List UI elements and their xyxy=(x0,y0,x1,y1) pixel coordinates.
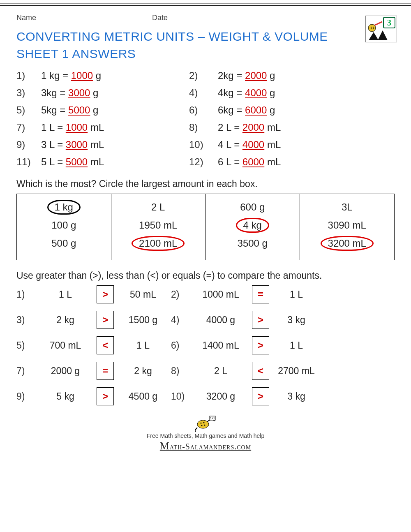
expr-prefix: 6kg = xyxy=(218,104,245,116)
compare-right: 50 mL xyxy=(118,289,168,300)
expr-suffix: mL xyxy=(264,156,281,167)
question-number: 6) xyxy=(171,340,191,351)
compare-right: 1 L xyxy=(118,340,168,351)
expr-suffix: g xyxy=(90,87,98,98)
answer-value: 3000 xyxy=(68,87,90,98)
conversion-expression: 4kg = 4000 g xyxy=(218,87,395,99)
expr-prefix: 3 L = xyxy=(41,139,66,150)
answer-value: 6000 xyxy=(245,104,267,116)
answer-value: 2000 xyxy=(242,122,264,133)
expr-prefix: 5kg = xyxy=(41,104,68,116)
comparison-operator: > xyxy=(97,285,114,303)
box-item: 600 g xyxy=(206,198,300,216)
conversion-expression: 2kg = 2000 g xyxy=(218,70,395,81)
worksheet-page: Name Date CONVERTING METRIC UNITS – WEIG… xyxy=(0,3,411,459)
comparison-operator: = xyxy=(97,362,114,380)
conversion-expression: 4 L = 4000 mL xyxy=(218,139,395,150)
compare-left: 2 L xyxy=(194,365,247,377)
compare-right: 3 kg xyxy=(274,391,319,402)
compare-right: 1 L xyxy=(274,340,319,351)
expr-suffix: mL xyxy=(88,156,104,167)
expr-suffix: g xyxy=(267,87,275,98)
answer-value: 1000 xyxy=(71,70,93,81)
expr-suffix: mL xyxy=(264,139,281,150)
compare-left: 1000 mL xyxy=(194,289,247,300)
answer-value: 2000 xyxy=(245,70,267,81)
question-number: 1) xyxy=(16,289,35,300)
question-number: 4) xyxy=(171,315,191,326)
question-number: 2) xyxy=(171,289,191,300)
question-number: 3) xyxy=(16,87,41,99)
svg-point-3 xyxy=(371,27,372,28)
expr-prefix: 1 L = xyxy=(41,122,66,133)
rule xyxy=(0,3,411,4)
expr-suffix: g xyxy=(267,70,275,81)
title-line-1: CONVERTING METRIC UNITS – WEIGHT & VOLUM… xyxy=(16,30,328,43)
grade-number: 3 xyxy=(387,18,391,27)
compare-left: 3200 g xyxy=(194,391,247,402)
conversion-grid: 1)1 kg = 1000 g2)2kg = 2000 g3)3kg = 300… xyxy=(16,70,395,168)
compare-left: 4000 g xyxy=(194,315,247,326)
answer-value: 1000 xyxy=(66,122,88,133)
expr-prefix: 1 kg = xyxy=(41,70,71,81)
circled-answer: 4 kg xyxy=(238,220,267,231)
expr-prefix: 2 L = xyxy=(218,122,242,133)
footer-brand: Math-Salamanders.com xyxy=(16,440,395,452)
question-number: 5) xyxy=(16,104,41,116)
expr-suffix: g xyxy=(93,70,101,81)
question-number: 9) xyxy=(16,139,41,150)
title-row: CONVERTING METRIC UNITS – WEIGHT & VOLUM… xyxy=(16,26,395,70)
box-column: 3L3090 mL3200 mL xyxy=(300,194,395,260)
question-number: 10) xyxy=(189,139,218,150)
footer: 1+1 Free Math sheets, Math games and Mat… xyxy=(16,413,395,455)
compare-right: 2700 mL xyxy=(274,365,319,377)
question-number: 1) xyxy=(16,70,41,81)
comparison-row: 7)2000 g=2 kg8)2 L<2700 mL xyxy=(16,362,395,380)
compare-right: 3 kg xyxy=(274,315,319,326)
name-date-header: Name Date xyxy=(16,13,395,26)
question-number: 10) xyxy=(171,391,191,402)
salamander-icon: 1+1 xyxy=(195,415,216,432)
compare-left: 1 L xyxy=(39,289,92,300)
comparison-operator: > xyxy=(97,311,114,329)
title-line-2: SHEET 1 ANSWERS xyxy=(16,47,136,60)
expr-prefix: 4kg = xyxy=(218,87,245,98)
question-number: 7) xyxy=(16,365,35,377)
svg-point-11 xyxy=(201,425,203,426)
comparison-operator: > xyxy=(252,311,269,329)
svg-point-12 xyxy=(204,425,206,426)
box-item: 3500 g xyxy=(206,234,300,252)
comparison-operator: < xyxy=(97,336,114,354)
circled-answer: 2100 mL xyxy=(134,238,182,249)
svg-text:1+1: 1+1 xyxy=(210,417,215,420)
expr-prefix: 3kg = xyxy=(41,87,68,98)
grade-badge-icon: 3 xyxy=(365,16,397,42)
expr-prefix: 4 L = xyxy=(218,139,242,150)
comparison-grid: 1)1 L>50 mL2)1000 mL=1 L3)2 kg>1500 g4)4… xyxy=(16,285,395,405)
content: Name Date CONVERTING METRIC UNITS – WEIG… xyxy=(0,6,411,459)
circled-answer: 1 kg xyxy=(50,201,78,213)
expr-suffix: mL xyxy=(88,139,104,150)
comparison-operator: > xyxy=(252,336,269,354)
compare-left: 1400 mL xyxy=(194,340,247,351)
expr-prefix: 5 L = xyxy=(41,156,66,167)
svg-point-5 xyxy=(371,28,372,29)
answer-value: 5000 xyxy=(66,156,88,167)
circled-answer: 3200 mL xyxy=(323,238,371,249)
date-label: Date xyxy=(152,14,168,22)
compare-right: 1500 g xyxy=(118,315,168,326)
box-column: 2 L1950 mL2100 mL xyxy=(111,194,206,260)
question-number: 12) xyxy=(189,156,218,168)
conversion-expression: 1 L = 1000 mL xyxy=(41,122,189,133)
conversion-expression: 5 L = 5000 mL xyxy=(41,156,189,168)
comparison-row: 9)5 kg>4500 g10)3200 g>3 kg xyxy=(16,387,395,405)
box-column: 1 kg100 g500 g xyxy=(17,194,111,260)
conversion-expression: 5kg = 5000 g xyxy=(41,104,189,116)
conversion-expression: 3kg = 3000 g xyxy=(41,87,189,99)
conversion-expression: 2 L = 2000 mL xyxy=(218,122,395,133)
svg-point-9 xyxy=(201,423,202,424)
question-number: 11) xyxy=(16,156,41,168)
expr-prefix: 2kg = xyxy=(218,70,245,81)
page-title: CONVERTING METRIC UNITS – WEIGHT & VOLUM… xyxy=(16,28,365,62)
compare-left: 700 mL xyxy=(39,340,92,351)
